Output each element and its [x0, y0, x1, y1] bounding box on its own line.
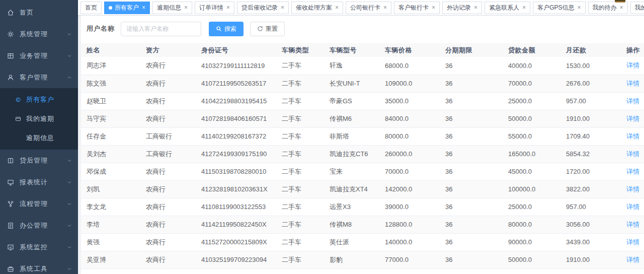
chevron-up-icon	[67, 75, 72, 80]
details-link[interactable]: 详情	[626, 238, 639, 246]
tab-4[interactable]: 贷后催收记录×	[237, 2, 289, 14]
sidebar-item-9[interactable]: 系统工具	[0, 258, 78, 274]
table-cell: 刘凯	[81, 180, 146, 198]
tab-3[interactable]: 订单详情×	[195, 2, 234, 14]
sidebar-item-3[interactable]: 客户管理	[0, 66, 78, 88]
table-cell: 二手车	[282, 163, 330, 180]
avatar[interactable]	[615, 0, 625, 3]
column-header: 车辆型号	[330, 43, 385, 57]
tab-label: 首页	[85, 4, 97, 12]
sidebar-item-4[interactable]: 贷后管理	[0, 150, 78, 171]
table-cell: 36	[445, 180, 508, 198]
tab-10[interactable]: 客户GPS信息×	[533, 2, 585, 14]
sidebar-item-0[interactable]: 首页	[0, 2, 78, 23]
submenu-item-2[interactable]: 逾期信息	[0, 128, 78, 148]
table-cell: 411081199003122553	[201, 198, 282, 216]
table-cell: 农商行	[146, 251, 201, 268]
close-icon[interactable]: ×	[432, 5, 435, 11]
tab-9[interactable]: 紧急联系人×	[485, 2, 530, 14]
reset-button[interactable]: 重置	[250, 22, 285, 36]
table-cell: 36	[445, 163, 508, 180]
details-link[interactable]: 详情	[626, 150, 639, 158]
table-cell: 长安UNI-T	[330, 75, 385, 92]
search-input[interactable]	[121, 22, 201, 36]
close-icon[interactable]: ×	[522, 5, 526, 11]
details-link[interactable]: 详情	[626, 80, 639, 87]
close-icon[interactable]: ×	[142, 5, 145, 11]
close-icon[interactable]: ×	[474, 5, 477, 11]
details-link[interactable]: 详情	[626, 61, 639, 69]
search-label: 用户名称	[87, 24, 115, 33]
submenu-item-1[interactable]: 我的逾期	[0, 109, 78, 128]
table-cell: 41152720000215809X	[201, 233, 282, 251]
table-cell: 412724199309175190	[201, 145, 282, 163]
tab-2[interactable]: 逾期信息×	[152, 2, 192, 14]
sidebar-item-8[interactable]: 系统监控	[0, 236, 78, 258]
details-link[interactable]: 详情	[626, 221, 639, 228]
table-cell: 二手车	[282, 145, 330, 163]
tab-6[interactable]: 公司银行卡×	[346, 2, 391, 14]
tab-label: 客户银行卡	[398, 4, 429, 12]
table-cell: 36	[445, 75, 508, 92]
details-link[interactable]: 详情	[626, 132, 639, 140]
table-cell-actions: 详情	[626, 268, 644, 274]
table-cell: 50000.0	[508, 251, 566, 268]
table-cell: 农商行	[146, 180, 201, 198]
table-cell: 二手车	[282, 180, 330, 198]
table-cell-actions: 详情	[626, 198, 644, 216]
table-cell: 1910.00	[566, 251, 626, 268]
tab-8[interactable]: 外访记录×	[442, 2, 482, 14]
table-header: 姓名资方身份证号车辆类型车辆型号车辆价格分期期限贷款金额月还款操作	[81, 43, 644, 57]
details-link[interactable]: 详情	[626, 97, 639, 105]
table-header-row: 姓名资方身份证号车辆类型车辆型号车辆价格分期期限贷款金额月还款操作	[81, 43, 644, 57]
sidebar-item-label: 首页	[20, 8, 72, 17]
sidebar-item-5[interactable]: 报表统计	[0, 171, 78, 193]
search-button[interactable]: 搜索	[209, 22, 244, 36]
table-cell: 90000.0	[508, 233, 566, 251]
card-icon	[15, 115, 22, 122]
close-icon[interactable]: ×	[226, 5, 230, 11]
tab-0[interactable]: 首页	[80, 2, 102, 14]
table-row: 周志洋农商行410327199111112819二手车轩逸68000.03640…	[81, 57, 644, 75]
close-icon[interactable]: ×	[281, 5, 284, 11]
details-link[interactable]: 详情	[626, 115, 639, 122]
close-icon[interactable]: ×	[383, 5, 387, 11]
tab-7[interactable]: 客户银行卡×	[394, 2, 440, 14]
sidebar-item-2[interactable]: 业务管理	[0, 45, 78, 66]
sidebar-item-label: 系统监控	[20, 243, 67, 252]
sidebar-item-label: 系统管理	[20, 30, 67, 39]
table-cell: 二手车	[282, 198, 330, 216]
tab-12[interactable]: 我的流程×	[630, 2, 644, 14]
table-cell: 3439.00	[566, 233, 626, 251]
tab-label: 客户GPS信息	[537, 4, 574, 12]
table-row: 吴刘杰工商银行412724199309175190二手车凯迪拉克CT626000…	[81, 145, 644, 163]
submenu-item-0[interactable]: 所有客户	[0, 90, 78, 109]
details-link[interactable]: 详情	[626, 185, 639, 193]
close-icon[interactable]: ×	[335, 5, 339, 11]
close-icon[interactable]: ×	[620, 5, 623, 11]
table-cell-actions: 详情	[626, 251, 644, 268]
table-cell: 赵晓卫	[81, 92, 146, 110]
table-cell: 二手车	[282, 251, 330, 268]
table-cell: 36	[445, 251, 508, 268]
tab-11[interactable]: 我的待办×	[588, 2, 628, 14]
column-header: 车辆价格	[385, 43, 445, 57]
sidebar-item-1[interactable]: 系统管理	[0, 23, 78, 45]
table-cell: 41142119950822450X	[201, 216, 282, 233]
details-link[interactable]: 详情	[626, 168, 639, 175]
chevron-down-icon	[67, 180, 72, 185]
tab-1[interactable]: 所有客户×	[104, 2, 150, 14]
table-cell: 77000.0	[385, 251, 445, 268]
tab-5[interactable]: 催收处理方案×	[291, 2, 343, 14]
details-link[interactable]: 详情	[626, 203, 639, 211]
sidebar-item-7[interactable]: 办公管理	[0, 215, 78, 236]
details-link[interactable]: 详情	[626, 256, 639, 263]
close-icon[interactable]: ×	[577, 5, 581, 11]
table-cell: 957.00	[566, 198, 626, 216]
table-cell: 1709.40	[566, 127, 626, 145]
sidebar-item-6[interactable]: 流程管理	[0, 193, 78, 215]
tab-label: 我的待办	[593, 4, 617, 12]
close-icon[interactable]: ×	[184, 5, 188, 11]
table-cell-actions: 详情	[626, 127, 644, 145]
sidebar-item-label: 流程管理	[20, 199, 67, 209]
